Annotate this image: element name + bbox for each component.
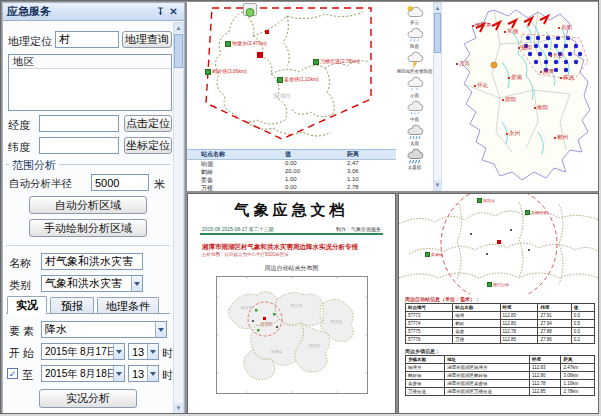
col-header: 距离 <box>561 356 595 364</box>
live-analysis-button[interactable]: 实况分析 <box>39 389 137 408</box>
geo-locate-label: 地理定位 <box>8 34 52 49</box>
scroll-down-icon[interactable]: ▼ <box>434 180 441 190</box>
end-hour-value: 13 <box>129 368 147 380</box>
station-info-section-title: 周边自动站信息（单位：毫米）： <box>405 296 593 302</box>
table-row[interactable]: 万楼 0.00 2.78 <box>187 184 396 191</box>
name-input[interactable] <box>41 253 143 270</box>
element-select[interactable]: 降水 <box>41 321 167 338</box>
scrollbar-thumb[interactable] <box>174 34 183 68</box>
target-village-marker[interactable] <box>257 52 263 58</box>
close-icon[interactable]: ✕ <box>167 5 180 18</box>
latitude-input[interactable] <box>39 137 119 154</box>
province-map-canvas[interactable] <box>442 2 599 191</box>
station-info-table: 站点编号 站点名称 经度 纬度 值 57773响塘112.8327.910.0 … <box>405 303 595 344</box>
end-date-select[interactable]: 2015年 8月18日 <box>41 365 125 382</box>
panel-title: 应急服务 <box>7 4 154 19</box>
tab-geo-condition[interactable]: 地理条件 <box>97 297 159 314</box>
county-name-label: 韶山市 <box>291 303 303 308</box>
table-row[interactable]: 鹤岭 20.00 3.06 <box>187 168 396 176</box>
cell: 姜畲 <box>453 328 500 336</box>
chevron-down-icon <box>155 322 166 337</box>
geo-locate-input[interactable] <box>55 31 119 48</box>
element-label: 要 素 <box>9 324 34 339</box>
start-hour-select[interactable]: 13 <box>128 343 159 360</box>
county-name-label: 株洲县 <box>331 319 343 324</box>
element-value: 降水 <box>42 322 155 337</box>
table-row[interactable]: 响塘 0.00 2.47 <box>187 160 396 168</box>
chevron-down-icon <box>147 366 158 381</box>
city-label: 郴州 <box>554 134 568 141</box>
cell: 响塘 <box>187 160 285 168</box>
end-time-checkbox[interactable]: ✓ <box>7 368 18 379</box>
cell: 57776 <box>406 336 453 344</box>
city-label: 衡阳 <box>534 104 548 111</box>
click-locate-button[interactable]: 点击定位 <box>124 115 172 132</box>
scrollbar-thumb[interactable] <box>434 13 441 53</box>
manual-draw-area-button[interactable]: 手动绘制分析区域 <box>29 219 147 237</box>
chevron-down-icon <box>113 366 124 381</box>
cell: 27.94 <box>538 320 571 328</box>
col-header: 站点名称 <box>453 304 500 312</box>
tab-live[interactable]: 实况 <box>7 296 47 314</box>
cell: 0.2 <box>571 336 594 344</box>
emergency-document-page-2: 响塘乡 万楼街道 姜畲镇 楠竹山镇 周边自动站信息（单位：毫米）： 站点编号 站… <box>398 193 599 414</box>
cell: 响塘乡 <box>406 364 445 372</box>
pin-icon[interactable] <box>154 5 167 18</box>
cell: 万楼街道 <box>406 388 445 396</box>
end-hour-select[interactable]: 13 <box>128 365 159 382</box>
longitude-input[interactable] <box>39 115 119 132</box>
region-list-header: 地区 <box>9 55 171 69</box>
flag-marker <box>265 30 269 34</box>
app-window: 应急服务 ✕ 地理定位 地理查询 地区 经度 点击定位 纬度 坐标定位 范围分析… <box>0 0 599 414</box>
light-rain-icon <box>406 76 424 92</box>
table-row: 姜畲镇湘潭市雨湖区姜畲镇112.781.10km <box>406 380 595 388</box>
cell: 2.78km <box>561 388 595 396</box>
province-map-panel: 张家界 常德 岳阳 吉首 益阳 长沙 湘潭 株洲 娄底 怀化 邵阳 衡阳 永州 … <box>442 2 599 191</box>
cell: 27.88 <box>538 328 571 336</box>
geo-query-button[interactable]: 地理查询 <box>122 31 172 48</box>
auto-analyze-area-button[interactable]: 自动分析区域 <box>29 196 147 214</box>
cell: 112.85 <box>500 336 538 344</box>
category-label: 类别 <box>9 278 31 293</box>
city-label: 益阳 <box>518 44 532 51</box>
start-date-select[interactable]: 2015年 8月17日 <box>41 343 125 360</box>
table-row: 57773响塘112.8327.910.0 <box>406 312 595 320</box>
name-label: 名称 <box>9 256 31 271</box>
station-table-header: 站点名称 值 距离 <box>187 150 396 160</box>
category-select[interactable]: 气象和洪水灾害 <box>41 275 143 292</box>
tab-forecast[interactable]: 预报 <box>50 297 94 314</box>
scroll-up-icon[interactable]: ▲ <box>174 23 183 33</box>
legend-item: 大暴雨 <box>406 148 424 170</box>
city-label: 湘潭 <box>540 68 554 75</box>
start-hour-unit: 时 <box>162 346 173 361</box>
cell: 湘潭市雨湖区万楼街道 <box>445 388 530 396</box>
cell: 姜畲 <box>187 176 285 184</box>
city-label: 株洲 <box>560 74 574 81</box>
map-tool-button[interactable] <box>243 3 257 16</box>
panel-scrollbar[interactable]: ▲ ▼ <box>173 22 184 414</box>
radius-input[interactable] <box>91 174 149 191</box>
scroll-up-icon[interactable]: ▲ <box>434 3 441 13</box>
city-label: 常德 <box>504 28 518 35</box>
legend-label: 多云 <box>410 20 419 25</box>
cell: 112.78 <box>500 328 538 336</box>
coord-locate-button[interactable]: 坐标定位 <box>124 137 172 154</box>
end-hour-unit: 时 <box>162 368 173 383</box>
col-header: 值 <box>571 304 594 312</box>
scroll-down-icon[interactable]: ▼ <box>174 403 183 413</box>
table-row: 57775姜畲112.7827.880.0 <box>406 328 595 336</box>
cell: 0.5 <box>571 320 594 328</box>
legend-item: 多云 <box>406 5 424 25</box>
legend-label: 大暴雨 <box>408 165 422 170</box>
region-listbox[interactable]: 地区 <box>8 54 172 111</box>
legend-scrollbar[interactable]: ▲ ▼ <box>433 2 442 191</box>
col-header: 值 <box>285 150 347 159</box>
table-row[interactable]: 姜畲 1.00 1.10 <box>187 176 396 184</box>
city-label: 邵阳 <box>502 96 516 103</box>
cell: 57774 <box>406 320 453 328</box>
alert-marker[interactable] <box>491 62 497 68</box>
cell: 3.06 <box>347 168 392 176</box>
moderate-rain-icon <box>406 100 424 116</box>
document-headline: 湘潭市雨湖区村气象和洪水灾害周边降水实况分析专报 <box>202 243 381 251</box>
col-header: 距离 <box>347 150 392 159</box>
